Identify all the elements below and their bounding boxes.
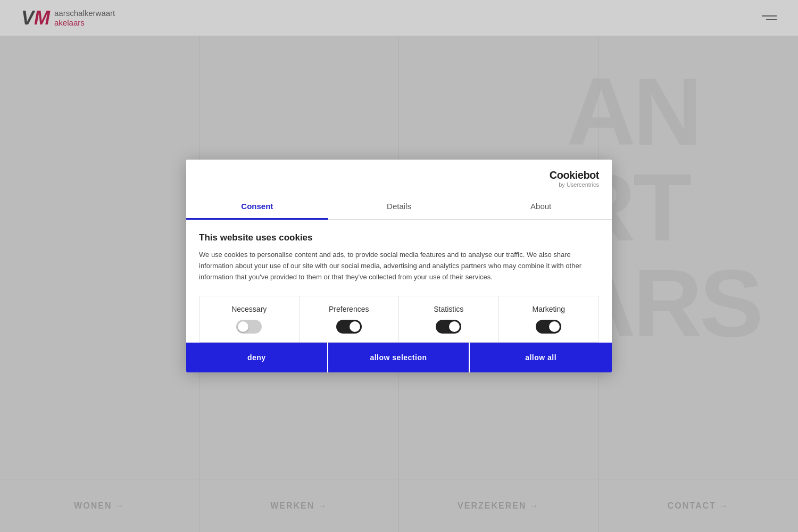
toggle-preferences-switch[interactable] xyxy=(336,320,362,334)
toggle-marketing-switch[interactable] xyxy=(536,320,561,334)
toggle-preferences: Preferences xyxy=(300,296,400,342)
toggle-marketing: Marketing xyxy=(499,296,599,342)
tab-consent[interactable]: Consent xyxy=(186,194,328,220)
tab-about[interactable]: About xyxy=(470,194,612,220)
dialog-content: This website uses cookies We use cookies… xyxy=(186,220,612,342)
cookie-dialog: Cookiebot by Usercentrics Consent Detail… xyxy=(186,160,612,372)
toggle-statistics-label: Statistics xyxy=(434,305,463,313)
dialog-description: We use cookies to personalise content an… xyxy=(199,250,599,282)
toggle-necessary-switch[interactable] xyxy=(236,320,262,334)
cookiebot-logo: Cookiebot by Usercentrics xyxy=(550,169,599,188)
cookie-overlay: Cookiebot by Usercentrics Consent Detail… xyxy=(0,0,798,532)
allow-selection-button[interactable]: allow selection xyxy=(328,343,470,372)
toggle-necessary-label: Necessary xyxy=(231,305,267,313)
toggle-marketing-label: Marketing xyxy=(533,305,565,313)
dialog-buttons: deny allow selection allow all xyxy=(186,343,612,372)
toggle-necessary: Necessary xyxy=(200,296,300,342)
cookie-toggles: Necessary Preferences Statistics xyxy=(199,296,599,343)
toggle-marketing-knob xyxy=(549,321,560,332)
dialog-header: Cookiebot by Usercentrics xyxy=(186,160,612,188)
dialog-tabs: Consent Details About xyxy=(186,194,612,220)
toggle-preferences-label: Preferences xyxy=(329,305,369,313)
toggle-statistics-knob xyxy=(449,321,460,332)
toggle-necessary-knob xyxy=(238,321,248,332)
deny-button[interactable]: deny xyxy=(186,343,328,372)
dialog-title: This website uses cookies xyxy=(199,232,599,243)
cookiebot-name: Cookiebot xyxy=(550,169,599,181)
toggle-statistics: Statistics xyxy=(399,296,499,342)
allow-all-button[interactable]: allow all xyxy=(470,343,612,372)
cookiebot-sub: by Usercentrics xyxy=(559,181,599,188)
tab-details[interactable]: Details xyxy=(328,194,470,220)
toggle-statistics-switch[interactable] xyxy=(436,320,461,334)
toggle-preferences-knob xyxy=(350,321,360,332)
